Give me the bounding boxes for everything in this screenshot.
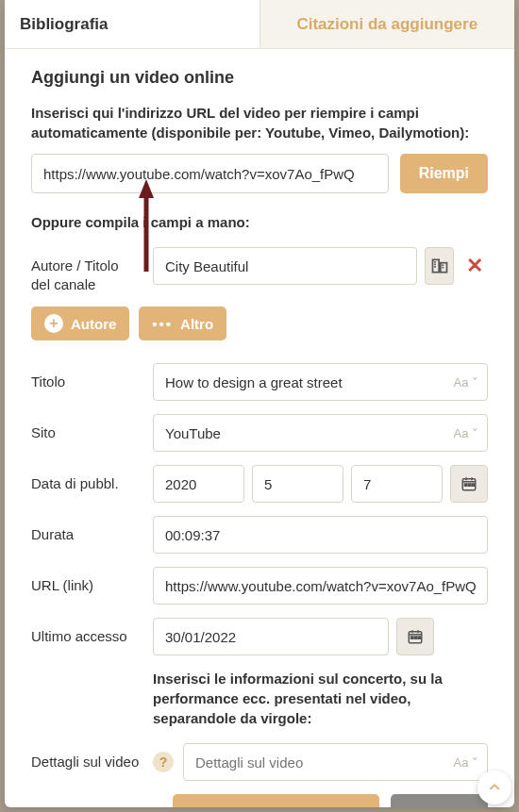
remove-author-button[interactable]: ✕ xyxy=(461,247,488,285)
lastaccess-calendar-button[interactable] xyxy=(396,618,434,655)
fill-button[interactable]: Riempi xyxy=(400,154,488,193)
title-label: Titolo xyxy=(31,363,140,391)
add-citation-button[interactable]: Aggiungi una citazione xyxy=(173,794,379,807)
calendar-icon xyxy=(460,475,477,492)
pubdate-calendar-button[interactable] xyxy=(450,465,488,503)
intro-text: Inserisci qui l'indirizzo URL del video … xyxy=(31,103,488,142)
svg-rect-19 xyxy=(414,637,416,638)
pub-day-input[interactable] xyxy=(351,465,443,503)
svg-rect-13 xyxy=(472,484,474,486)
site-input[interactable] xyxy=(153,414,488,452)
help-icon[interactable]: ? xyxy=(153,752,174,772)
svg-rect-11 xyxy=(465,484,467,486)
scroll-top-button[interactable] xyxy=(477,771,511,804)
manual-fill-heading: Oppure compila i campi a mano: xyxy=(31,214,488,230)
details-label: Dettagli sul video xyxy=(31,753,139,771)
other-label: Altro xyxy=(180,316,213,332)
calendar-icon xyxy=(407,628,424,645)
tab-citations-to-add[interactable]: Citazioni da aggiungere xyxy=(260,0,515,49)
page-title: Aggiungi un video online xyxy=(31,68,488,88)
video-url-input[interactable] xyxy=(31,154,389,193)
url-input[interactable] xyxy=(153,567,488,605)
svg-rect-12 xyxy=(468,484,470,486)
site-label: Sito xyxy=(31,414,140,442)
tab-bibliography[interactable]: Bibliografia xyxy=(5,0,260,49)
plus-icon: + xyxy=(44,314,63,333)
author-input[interactable] xyxy=(153,247,417,285)
lastaccess-label: Ultimo accesso xyxy=(31,618,140,646)
duration-label: Durata xyxy=(31,516,140,544)
pubdate-label: Data di pubbl. xyxy=(31,465,140,493)
add-author-label: Autore xyxy=(71,316,116,332)
duration-input[interactable] xyxy=(153,516,488,554)
close-icon: ✕ xyxy=(466,254,483,278)
building-icon xyxy=(430,257,449,275)
details-input[interactable] xyxy=(183,743,488,781)
add-author-button[interactable]: + Autore xyxy=(31,307,129,340)
chevron-up-icon xyxy=(487,780,502,795)
svg-rect-1 xyxy=(440,263,446,273)
author-type-button[interactable] xyxy=(425,247,454,285)
svg-rect-20 xyxy=(418,637,420,638)
dots-icon: ••• xyxy=(152,316,173,332)
title-input[interactable] xyxy=(153,363,488,401)
author-label: Autore / Titolo del canale xyxy=(31,247,140,293)
svg-rect-18 xyxy=(411,637,413,638)
url-label: URL (link) xyxy=(31,567,140,595)
details-instruction: Inserisci le informazioni sul concerto, … xyxy=(153,669,488,728)
cancel-button[interactable]: Annulla xyxy=(391,794,488,807)
pub-year-input[interactable] xyxy=(153,465,244,503)
lastaccess-input[interactable] xyxy=(153,618,389,655)
pub-month-input[interactable] xyxy=(252,465,343,503)
other-button[interactable]: ••• Altro xyxy=(139,307,226,340)
